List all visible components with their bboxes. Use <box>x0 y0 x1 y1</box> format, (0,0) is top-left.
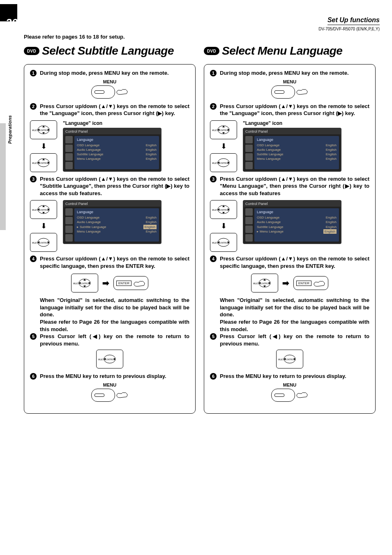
arrow-right-icon: ➡ <box>282 278 289 288</box>
panel-list-header: Language <box>77 138 157 142</box>
step: 1 During stop mode, press MENU key on th… <box>210 69 369 77</box>
side-section-label: Preparations <box>7 115 12 144</box>
panel-row: Menu LanguageEnglish <box>77 229 157 234</box>
step-number-icon: 3 <box>210 176 217 182</box>
step-number-icon: 2 <box>210 103 217 110</box>
left-column: DVD Select Subtitle Language 1 During st… <box>24 44 196 414</box>
language-icon-caption: "Language" icon <box>243 120 369 126</box>
panel-category-icon <box>65 136 73 143</box>
panel-list: LanguageOSD LanguageEnglishAudio Languag… <box>254 208 339 242</box>
panel-row: Subtitle LanguageEnglish <box>257 152 337 157</box>
multi-control-diagram: MULTI CONTROL ⬇ MULTI CONTROL Control Pa… <box>30 200 189 252</box>
dvd-badge-icon: DVD <box>24 47 39 55</box>
panel-category-icon <box>65 153 73 161</box>
step: 3 Press Cursor up/down (▲/▼) keys on the… <box>210 175 369 197</box>
multi-control-label: MULTI CONTROL <box>32 242 48 244</box>
enter-label: ENTER <box>116 281 131 286</box>
panel-category-icon <box>245 234 253 242</box>
multi-control-label: MULTI CONTROL <box>32 162 48 164</box>
step: 2 Press Cursor up/down (▲/▼) keys on the… <box>30 103 189 117</box>
panel-category-icon <box>65 226 73 233</box>
step-number-icon: 3 <box>30 176 37 182</box>
page-number: 20 <box>6 16 18 29</box>
multi-control-icon: MULTI CONTROL <box>210 120 237 139</box>
model-code: DV-705/DVF-R5070 (EN/K,P,E,Y) <box>318 27 380 31</box>
panel-list: LanguageOSD LanguageEnglishAudio Languag… <box>74 136 159 169</box>
step-text: Press the MENU key to return to previous… <box>220 373 346 380</box>
multi-control-icon: MULTI CONTROL <box>30 233 57 252</box>
panel-category-icon <box>245 208 253 216</box>
panel-category-icon <box>245 153 253 161</box>
panel-row: Menu LanguageEnglish <box>257 157 337 161</box>
menu-key-icon <box>91 85 115 99</box>
step-number-icon: 1 <box>210 70 217 76</box>
panel-area: "Language" icon Control PanelLanguageOSD… <box>63 120 189 172</box>
panel-icon-column <box>245 208 253 242</box>
panel-list-header: Language <box>77 210 157 214</box>
step-number-icon: 6 <box>30 373 37 380</box>
section-title-text: Select Subtitle Language <box>42 44 174 58</box>
menu-key-group: MENU <box>91 382 128 402</box>
language-icon-caption: "Language" icon <box>63 120 189 126</box>
step-text: Press Cursor up/down (▲/▼) keys on the r… <box>220 255 369 269</box>
step-text: Press Cursor up/down (▲/▼) keys on the r… <box>40 255 189 269</box>
multi-control-label: MULTI CONTROL <box>32 209 48 211</box>
panel-category-icon <box>65 234 73 242</box>
panel-category-icon <box>245 162 253 169</box>
panel-icon-column <box>65 136 73 169</box>
menu-key-group: MENU <box>91 79 128 99</box>
section-title-left: DVD Select Subtitle Language <box>24 44 196 58</box>
panel-titlebar: Control Panel <box>244 129 341 134</box>
panel-list: LanguageOSD LanguageEnglishAudio Languag… <box>74 208 159 242</box>
section-title-text: Select Menu Language <box>222 44 342 58</box>
multi-control-label: MULTI CONTROL <box>253 282 270 285</box>
menu-key-icon <box>91 389 115 402</box>
columns: DVD Select Subtitle Language 1 During st… <box>24 44 376 414</box>
down-arrow-icon: ⬇ <box>221 221 227 230</box>
multi-control-icon: MULTI CONTROL <box>96 350 123 368</box>
multi-control-diagram: MULTI CONTROL <box>210 350 369 368</box>
panel-row: Audio LanguageEnglish <box>77 220 157 224</box>
step-number-icon: 1 <box>30 70 37 76</box>
panel-row: ▸Menu LanguageEnglish <box>257 229 337 234</box>
step: 5 Press Cursor left (◀) key on the remot… <box>30 333 189 347</box>
multi-control-diagram: MULTI CONTROL <box>30 350 189 368</box>
step-text: Press Cursor up/down (▲/▼) keys on the r… <box>40 103 189 117</box>
control-panel-screenshot: Control PanelLanguageOSD LanguageEnglish… <box>243 128 341 172</box>
menu-key-icon <box>271 85 295 99</box>
menu-label: MENU <box>103 79 116 84</box>
panel-row: Audio LanguageEnglish <box>77 147 157 152</box>
panel-row: OSD LanguageEnglish <box>77 215 157 220</box>
panel-icon-column <box>65 208 73 242</box>
step-note: When "Original" is selected, automatic s… <box>220 297 369 333</box>
down-arrow-icon: ⬇ <box>41 221 47 230</box>
panel-category-icon <box>65 217 73 224</box>
multi-control-label: MULTI CONTROL <box>212 242 228 244</box>
manual-page: 20 Preparations Set Up functions DV-705/… <box>0 0 392 555</box>
panel-list-header: Language <box>257 138 337 142</box>
hand-icon <box>296 86 308 96</box>
step-number-icon: 4 <box>210 256 217 262</box>
multi-control-diagram: MULTI CONTROL ⬇ MULTI CONTROL Control Pa… <box>210 200 369 252</box>
panel-list: LanguageOSD LanguageEnglishAudio Languag… <box>254 136 339 169</box>
panel-category-icon <box>245 145 253 152</box>
intro-line: Please refer to pages 16 to 18 for setup… <box>24 34 125 40</box>
panel-body: LanguageOSD LanguageEnglishAudio Languag… <box>244 134 341 171</box>
multi-control-label: MULTI CONTROL <box>212 209 228 211</box>
multi-control-diagram: MULTI CONTROL ⬇ MULTI CONTROL "Language"… <box>210 120 369 172</box>
panel-row: Audio LanguageEnglish <box>257 220 337 224</box>
multi-control-label: MULTI CONTROL <box>212 129 228 131</box>
multi-control-diagram: MULTI CONTROL ⬇ MULTI CONTROL "Language"… <box>30 120 189 172</box>
right-frame: 1 During stop mode, press MENU key on th… <box>204 64 376 414</box>
multi-control-stack: MULTI CONTROL ⬇ MULTI CONTROL <box>30 120 57 172</box>
panel-titlebar: Control Panel <box>244 201 341 207</box>
step-text: Press Cursor up/down (▲/▼) keys on the r… <box>40 175 189 197</box>
enter-label: ENTER <box>296 281 311 286</box>
panel-titlebar: Control Panel <box>64 201 161 207</box>
control-panel-screenshot: Control PanelLanguageOSD LanguageEnglish… <box>63 200 161 244</box>
enter-key-icon: ENTER <box>113 276 148 290</box>
step-text: Press Cursor up/down (▲/▼) keys on the r… <box>220 103 369 117</box>
step: 6 Press the MENU key to return to previo… <box>30 373 189 380</box>
step-number-icon: 5 <box>30 333 37 340</box>
control-panel-screenshot: Control PanelLanguageOSD LanguageEnglish… <box>63 128 161 172</box>
